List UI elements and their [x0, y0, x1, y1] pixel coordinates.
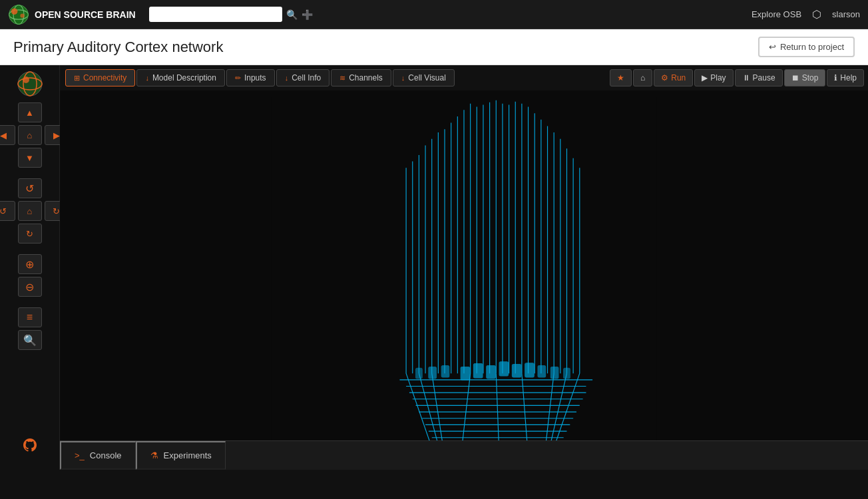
title-bar: Primary Auditory Cortex network ↩ Return… — [0, 29, 868, 65]
console-tab[interactable]: >_ Console — [60, 441, 136, 470]
svg-rect-50 — [564, 368, 570, 378]
left-sidebar: ▲ ◀ ⌂ ▶ ▼ ↺ ↺ ⌂ ↻ ↻ ⊕ ⊖ ≡ 🔍 — [0, 65, 60, 470]
console-icon: >_ — [75, 450, 85, 460]
svg-point-6 — [18, 72, 42, 96]
tab-channels[interactable]: ≋ Channels — [331, 69, 391, 86]
model-desc-tab-icon: ↓ — [145, 74, 149, 82]
experiments-icon: ⚗ — [150, 450, 158, 460]
tab-cell-info[interactable]: ↓ Cell Info — [276, 69, 330, 86]
right-toolbar: ★ ⌂ ⚙ Run ▶ Play ⏸ Pause ⏹ Stop — [606, 65, 868, 90]
transform-row: ↺ ⌂ ↻ — [0, 201, 69, 221]
svg-point-5 — [20, 13, 24, 17]
channels-tab-icon: ≋ — [339, 74, 345, 83]
svg-rect-40 — [473, 364, 483, 378]
zoom-out-button[interactable]: ⊖ — [18, 277, 42, 297]
svg-rect-49 — [550, 367, 558, 379]
reset-button[interactable]: ↺ — [0, 201, 15, 221]
visualization-area: ⊞ Connectivity ↓ Model Description ✏ Inp… — [60, 65, 868, 470]
main-area: ▲ ◀ ⌂ ▶ ▼ ↺ ↺ ⌂ ↻ ↻ ⊕ ⊖ ≡ 🔍 — [0, 65, 868, 470]
svg-rect-44 — [525, 363, 535, 377]
share-icon[interactable]: ⬡ — [812, 8, 821, 21]
tab-cell-visual[interactable]: ↓ Cell Visual — [393, 69, 455, 86]
tab-inputs[interactable]: ✏ Inputs — [226, 69, 275, 86]
explore-osb-link[interactable]: Explore OSB — [752, 9, 801, 19]
pan-up-button[interactable]: ▲ — [18, 102, 42, 122]
logo-text: OPEN SOURCE BRAIN — [35, 9, 136, 20]
svg-rect-39 — [461, 367, 470, 380]
run-button[interactable]: ⚙ Run — [654, 69, 693, 86]
nav-right: Explore OSB ⬡ slarson — [752, 8, 860, 21]
experiments-tab[interactable]: ⚗ Experiments — [136, 441, 226, 470]
home-tool-button[interactable]: ⌂ — [633, 69, 652, 86]
user-name: slarson — [832, 9, 860, 19]
pan-row: ◀ ⌂ ▶ — [0, 125, 69, 145]
connectivity-tab-icon: ⊞ — [74, 74, 80, 83]
tab-bar: ⊞ Connectivity ↓ Model Description ✏ Inp… — [60, 65, 868, 90]
globe-sidebar-icon — [17, 71, 43, 97]
play-button[interactable]: ▶ Play — [694, 69, 733, 86]
home-center-button[interactable]: ⌂ — [18, 125, 42, 145]
list-button[interactable]: ≡ — [18, 307, 42, 327]
svg-rect-42 — [499, 362, 509, 376]
svg-rect-43 — [512, 365, 521, 377]
run-gear-icon: ⚙ — [661, 73, 668, 83]
svg-rect-48 — [538, 366, 546, 377]
osb-logo-icon — [8, 4, 29, 25]
return-to-project-button[interactable]: ↩ Return to project — [758, 37, 855, 57]
zoom-in-button[interactable]: ⊕ — [18, 254, 42, 274]
pan-down-button[interactable]: ▼ — [18, 148, 42, 168]
search-button[interactable]: 🔍 — [18, 330, 42, 350]
pause-button[interactable]: ⏸ Pause — [735, 69, 783, 86]
help-icon: ℹ — [834, 73, 837, 83]
cell-visual-tab-icon: ↓ — [401, 74, 405, 82]
search-container: 🔍 ➕ — [149, 7, 313, 22]
undo-button[interactable]: ↺ — [18, 178, 42, 198]
network-canvas — [60, 97, 868, 470]
cell-info-tab-icon: ↓ — [285, 74, 289, 82]
bottom-bar: >_ Console ⚗ Experiments — [60, 440, 868, 470]
top-navigation: OPEN SOURCE BRAIN 🔍 ➕ Explore OSB ⬡ slar… — [0, 0, 868, 29]
svg-point-9 — [23, 77, 29, 83]
home-view-button[interactable]: ⌂ — [18, 201, 42, 221]
pause-icon: ⏸ — [742, 73, 750, 83]
svg-point-4 — [11, 8, 18, 15]
logo-area: OPEN SOURCE BRAIN — [8, 4, 136, 25]
search-input[interactable] — [149, 7, 282, 22]
svg-rect-47 — [416, 368, 423, 378]
play-icon: ▶ — [702, 73, 708, 83]
star-button[interactable]: ★ — [610, 69, 632, 86]
return-icon: ↩ — [769, 42, 776, 52]
pan-left-button[interactable]: ◀ — [0, 125, 15, 145]
help-button[interactable]: ℹ Help — [827, 69, 864, 86]
tab-connectivity[interactable]: ⊞ Connectivity — [65, 69, 135, 86]
svg-rect-45 — [441, 366, 449, 377]
network-svg — [60, 97, 868, 470]
inputs-tab-icon: ✏ — [235, 74, 241, 83]
project-title: Primary Auditory Cortex network — [13, 39, 223, 56]
github-icon[interactable] — [22, 437, 38, 456]
stop-icon: ⏹ — [791, 73, 799, 83]
svg-rect-41 — [487, 366, 496, 379]
add-icon[interactable]: ➕ — [302, 9, 313, 20]
reload-button[interactable]: ↻ — [18, 224, 42, 244]
search-icon[interactable]: 🔍 — [286, 9, 298, 20]
stop-button[interactable]: ⏹ Stop — [784, 69, 826, 86]
tab-model-description[interactable]: ↓ Model Description — [136, 69, 225, 86]
